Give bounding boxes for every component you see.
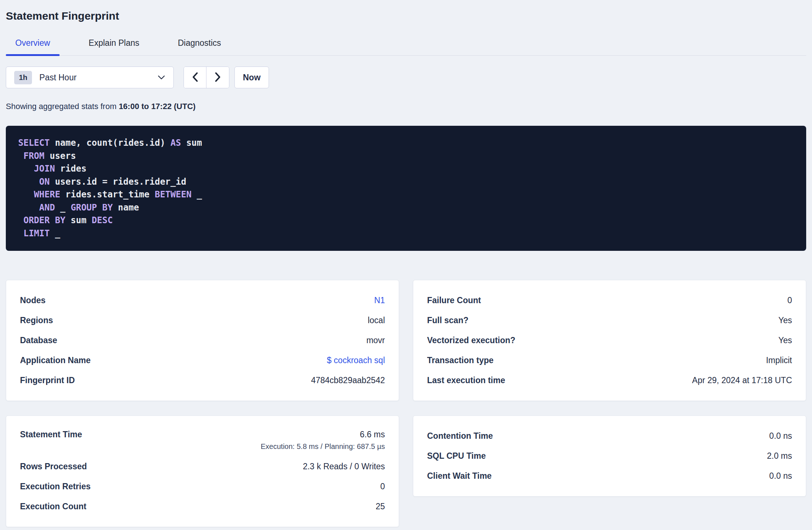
sql-text: name, count(rides.id) [50,138,170,148]
stat-row: Rows Processed2.3 k Reads / 0 Writes [20,457,385,477]
application-name-link[interactable]: $ cockroach sql [327,356,385,365]
stat-label: Execution Count [20,502,87,511]
time-interval-picker[interactable]: 1h Past Hour [6,67,174,88]
sql-text [18,164,34,174]
stat-label: Full scan? [427,316,469,325]
sql-text: _ [192,189,202,200]
stat-value-group: 0 [787,296,792,305]
stat-value-group: 0.0 ns [769,431,792,441]
sql-text: users.id = rides.rider_id [50,177,186,187]
stat-value-group: Implicit [766,356,792,365]
sql-statement-box: SELECT name, count(rides.id) AS sum FROM… [6,126,806,251]
tab-explain-plans[interactable]: Explain Plans [79,33,149,55]
stat-value-group: 4784cb829aab2542 [311,376,385,385]
stat-value-group: N1 [374,296,385,305]
stat-label: Vectorized execution? [427,336,515,345]
stat-row: Contention Time0.0 ns [427,426,792,446]
chevron-right-icon [214,72,222,84]
panel-execution-attributes-rows: Failure Count0Full scan?YesVectorized ex… [427,290,792,390]
stat-value-group: 2.3 k Reads / 0 Writes [303,462,385,471]
sql-line: ON users.id = rides.rider_id [18,176,794,189]
sql-keyword: ON [39,177,50,187]
sql-keyword: AS [170,138,181,148]
stat-value-group: Yes [778,316,792,325]
stat-label: Contention Time [427,431,493,441]
now-button[interactable]: Now [234,67,269,88]
stat-value-group: 0 [380,482,385,491]
stat-row: Transaction typeImplicit [427,350,792,370]
sql-text: users [44,151,76,161]
sql-line: ORDER BY sum DESC [18,214,794,227]
stat-row: Client Wait Time0.0 ns [427,466,792,486]
panel-statement-details-rows: NodesN1RegionslocalDatabasemovrApplicati… [20,290,385,390]
tab-overview-label: Overview [15,38,50,48]
sql-keyword: WHERE [34,189,60,200]
tab-diagnostics[interactable]: Diagnostics [168,33,230,55]
stat-label: Statement Time [20,430,82,439]
stat-label: Fingerprint ID [20,376,75,385]
sql-text: _ [55,202,71,213]
stat-value-group: $ cockroach sql [327,356,385,365]
sql-text: rides [55,164,87,174]
stat-label: Application Name [20,356,91,365]
stat-row: SQL CPU Time2.0 ms [427,446,792,466]
stat-row: Statement Time6.6 msExecution: 5.8 ms / … [20,426,385,457]
sql-line: SELECT name, count(rides.id) AS sum [18,137,794,150]
stat-value: 0.0 ns [769,471,792,481]
tab-diagnostics-label: Diagnostics [178,38,221,48]
chevron-down-icon [157,75,165,80]
sql-line: WHERE rides.start_time BETWEEN _ [18,188,794,201]
stat-value: Yes [778,336,792,345]
sql-keyword: DESC [92,215,113,225]
aggregation-note-range: 16:00 to 17:22 (UTC) [119,102,196,111]
stat-label: Transaction type [427,356,494,365]
panel-wait-times: Contention Time0.0 nsSQL CPU Time2.0 msC… [413,415,806,497]
sql-text: _ [50,228,60,238]
stat-row: Vectorized execution?Yes [427,330,792,350]
stat-label: Client Wait Time [427,471,492,481]
stat-label: Failure Count [427,296,481,305]
tab-explain-plans-label: Explain Plans [89,38,139,48]
stat-subvalue: Execution: 5.8 ms / Planning: 687.5 µs [261,442,385,451]
stat-label: Regions [20,316,53,325]
sql-text [18,202,39,213]
sql-keyword: ORDER BY [23,215,65,225]
panel-execution-attributes: Failure Count0Full scan?YesVectorized ex… [413,280,806,401]
next-interval-button[interactable] [206,67,229,88]
interval-label: Past Hour [39,73,76,83]
stat-value-group: movr [366,336,385,345]
stat-value-group: 0.0 ns [769,471,792,481]
sql-keyword: JOIN [34,164,55,174]
sql-line: LIMIT _ [18,227,794,240]
previous-interval-button[interactable] [184,67,206,88]
stat-label: Execution Retries [20,482,91,491]
stat-value: 2.3 k Reads / 0 Writes [303,462,385,471]
sql-text [18,228,23,238]
stat-value: 0 [380,482,385,491]
tab-overview[interactable]: Overview [6,33,60,55]
sql-text: rides.start_time [60,189,155,200]
sql-text: name [113,202,139,213]
stat-value-group: Yes [778,336,792,345]
stat-value: 25 [375,502,385,511]
sql-line: JOIN rides [18,162,794,176]
stat-value: 0.0 ns [769,431,792,441]
sql-keyword: AND [39,202,55,213]
stat-label: Last execution time [427,376,505,385]
stat-row: NodesN1 [20,290,385,310]
sql-text [18,189,34,200]
statement-fingerprint-page: Statement Fingerprint Overview Explain P… [0,0,812,527]
sql-text [18,177,39,187]
stat-row: Databasemovr [20,330,385,350]
stat-row: Execution Retries0 [20,477,385,497]
stat-label: Nodes [20,296,45,305]
panel-wait-times-rows: Contention Time0.0 nsSQL CPU Time2.0 msC… [427,426,792,486]
panel-statement-details: NodesN1RegionslocalDatabasemovrApplicati… [6,280,399,401]
nodes-value-link[interactable]: N1 [374,296,385,305]
stat-value-group: local [368,316,385,325]
stat-value-group: Apr 29, 2024 at 17:18 UTC [692,376,792,385]
interval-badge: 1h [14,71,32,84]
sql-keyword: LIMIT [23,228,49,238]
stat-value: 6.6 ms [360,430,385,439]
time-controls: 1h Past Hour [6,67,806,88]
